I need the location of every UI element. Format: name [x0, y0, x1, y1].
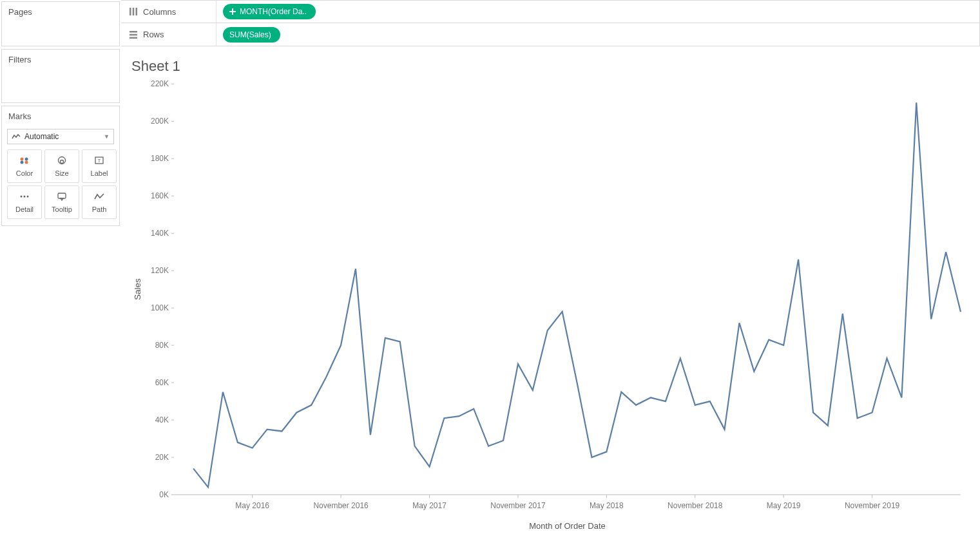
svg-text:May 2018: May 2018 [590, 500, 624, 509]
svg-point-10 [27, 195, 29, 197]
svg-text:40K: 40K [155, 415, 169, 424]
mark-card-label: Size [55, 169, 68, 177]
plus-icon [229, 8, 236, 15]
svg-rect-12 [130, 8, 131, 15]
svg-text:May 2016: May 2016 [235, 500, 269, 509]
svg-point-5 [61, 160, 64, 163]
svg-text:200K: 200K [151, 117, 169, 126]
svg-text:0K: 0K [159, 490, 169, 499]
columns-pill[interactable]: MONTH(Order Da.. [223, 4, 316, 19]
filters-panel[interactable]: Filters [1, 49, 120, 103]
filters-title: Filters [2, 50, 119, 68]
svg-point-8 [21, 195, 23, 197]
shelves: Columns MONTH(Order Da.. Rows SUM(Sales) [121, 0, 980, 46]
sheet-title: Sheet 1 [131, 58, 967, 75]
columns-pill-label: MONTH(Order Da.. [240, 7, 307, 16]
svg-rect-19 [130, 37, 137, 39]
svg-text:120K: 120K [151, 266, 169, 275]
svg-point-0 [21, 157, 24, 160]
rows-pill-label: SUM(Sales) [229, 30, 271, 39]
svg-text:Month of Order Date: Month of Order Date [529, 521, 606, 531]
svg-text:T: T [98, 158, 101, 164]
columns-shelf[interactable]: Columns MONTH(Order Da.. [121, 0, 980, 23]
svg-text:November 2018: November 2018 [668, 500, 723, 509]
svg-text:140K: 140K [151, 229, 169, 238]
svg-rect-13 [133, 8, 135, 15]
mark-card-label: Tooltip [52, 205, 72, 213]
svg-text:Sales: Sales [133, 278, 142, 300]
svg-point-3 [25, 160, 28, 164]
svg-text:November 2016: November 2016 [313, 500, 369, 509]
mark-card-path[interactable]: Path [82, 186, 117, 219]
svg-text:60K: 60K [155, 378, 169, 387]
marks-title: Marks [2, 106, 119, 125]
svg-point-2 [21, 160, 24, 164]
line-mark-icon [12, 133, 21, 140]
svg-text:November 2019: November 2019 [845, 500, 900, 509]
svg-text:20K: 20K [155, 453, 169, 462]
rows-shelf[interactable]: Rows SUM(Sales) [121, 23, 980, 46]
rows-pill[interactable]: SUM(Sales) [223, 27, 280, 43]
marks-panel: Marks Automatic ▼ ColorSizeTLabelDetailT… [1, 106, 120, 226]
svg-text:May 2019: May 2019 [767, 500, 801, 509]
detail-icon [19, 192, 30, 203]
mark-card-label[interactable]: TLabel [82, 149, 117, 183]
mark-card-label: Color [16, 169, 33, 177]
viz-area[interactable]: Sheet 1 0K20K40K60K80K100K120K140K160K18… [121, 46, 980, 552]
mark-card-label: Detail [15, 205, 34, 213]
svg-text:80K: 80K [155, 341, 169, 350]
mark-type-dropdown[interactable]: Automatic ▼ [7, 129, 114, 144]
svg-point-1 [25, 157, 28, 160]
svg-rect-14 [136, 8, 138, 15]
svg-text:220K: 220K [151, 79, 169, 88]
mark-card-color[interactable]: Color [7, 149, 42, 183]
svg-text:180K: 180K [151, 154, 169, 163]
mark-card-label: Path [92, 205, 107, 213]
svg-rect-16 [229, 11, 236, 12]
path-icon [93, 192, 105, 203]
columns-icon [129, 7, 138, 16]
size-icon [56, 156, 68, 167]
svg-text:100K: 100K [151, 303, 169, 312]
columns-label: Columns [143, 7, 176, 17]
pages-title: Pages [2, 2, 119, 21]
label-icon: T [93, 156, 105, 167]
svg-text:November 2017: November 2017 [490, 500, 546, 509]
rows-icon [129, 30, 138, 39]
color-icon [19, 156, 30, 167]
chevron-down-icon: ▼ [104, 133, 110, 140]
mark-card-detail[interactable]: Detail [7, 186, 42, 219]
svg-rect-18 [130, 33, 137, 35]
rows-label: Rows [143, 30, 164, 39]
tooltip-icon [56, 192, 68, 203]
svg-text:160K: 160K [151, 191, 169, 200]
mark-card-label: Label [91, 169, 108, 177]
mark-type-label: Automatic [24, 132, 59, 141]
svg-point-9 [24, 195, 26, 197]
pages-panel[interactable]: Pages [1, 1, 120, 46]
svg-rect-17 [130, 31, 137, 33]
mark-card-tooltip[interactable]: Tooltip [44, 186, 79, 219]
svg-text:May 2017: May 2017 [412, 500, 447, 509]
mark-card-size[interactable]: Size [44, 149, 79, 183]
svg-rect-11 [58, 193, 66, 198]
line-chart[interactable]: 0K20K40K60K80K100K120K140K160K180K200K22… [129, 77, 967, 541]
